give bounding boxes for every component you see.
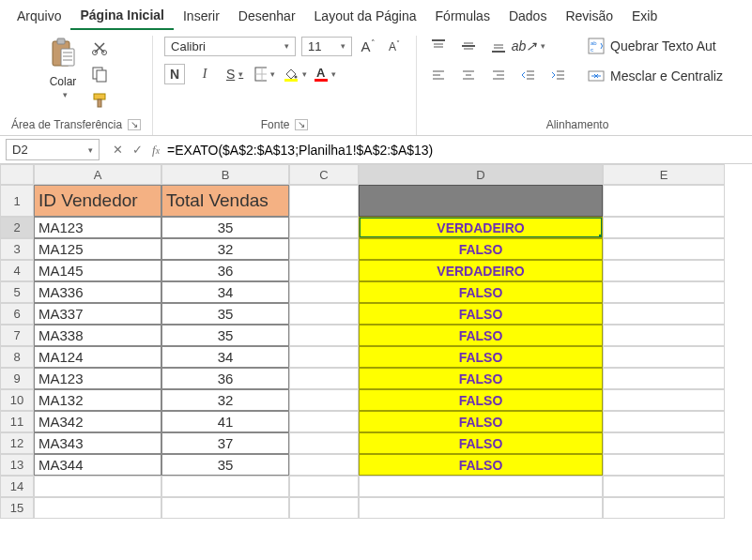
row-header[interactable]: 12: [0, 432, 34, 454]
cell[interactable]: [603, 303, 725, 325]
cell[interactable]: [34, 476, 161, 497]
cell[interactable]: [603, 281, 725, 303]
cell[interactable]: MA125: [34, 238, 161, 260]
cell[interactable]: [603, 217, 725, 238]
cell[interactable]: [603, 454, 725, 476]
cell[interactable]: [289, 260, 359, 281]
decrease-indent-button[interactable]: [518, 66, 539, 86]
cell[interactable]: MA343: [34, 432, 161, 454]
cell[interactable]: 36: [161, 260, 289, 281]
cell[interactable]: [603, 346, 725, 368]
cell[interactable]: FALSO: [359, 432, 603, 454]
cell[interactable]: MA123: [34, 368, 161, 389]
paste-button[interactable]: Colar ▾: [42, 36, 84, 101]
formula-input[interactable]: [160, 140, 752, 160]
col-header-a[interactable]: A: [34, 164, 161, 185]
row-header[interactable]: 3: [0, 238, 34, 260]
cell[interactable]: FALSO: [359, 389, 603, 411]
cell[interactable]: [161, 497, 289, 519]
cell[interactable]: MA124: [34, 346, 161, 368]
cell[interactable]: 36: [161, 368, 289, 389]
bold-button[interactable]: N: [164, 64, 185, 84]
fx-icon[interactable]: fx: [152, 143, 160, 158]
cut-button[interactable]: [89, 38, 110, 58]
increase-indent-button[interactable]: [548, 66, 569, 86]
cell[interactable]: [289, 432, 359, 454]
cell[interactable]: [289, 217, 359, 238]
select-all-corner[interactable]: [0, 164, 34, 185]
col-header-e[interactable]: E: [603, 164, 725, 185]
align-right-button[interactable]: [488, 66, 509, 86]
cell[interactable]: [289, 368, 359, 389]
row-header[interactable]: 14: [0, 476, 34, 497]
merge-center-button[interactable]: Mesclar e Centraliz: [584, 66, 727, 86]
cell[interactable]: [289, 325, 359, 346]
row-header[interactable]: 4: [0, 260, 34, 281]
cell[interactable]: FALSO: [359, 411, 603, 432]
dialog-launcher-icon[interactable]: ↘: [128, 119, 141, 130]
cell[interactable]: MA344: [34, 454, 161, 476]
underline-button[interactable]: S▾: [224, 64, 245, 84]
cell[interactable]: [603, 476, 725, 497]
cell[interactable]: MA337: [34, 303, 161, 325]
cell[interactable]: FALSO: [359, 454, 603, 476]
cell[interactable]: [289, 389, 359, 411]
font-name-select[interactable]: Calibri ▾: [164, 37, 296, 56]
row-header[interactable]: 6: [0, 303, 34, 325]
cancel-formula-button[interactable]: ✕: [113, 143, 123, 157]
cell[interactable]: [359, 497, 603, 519]
align-bottom-button[interactable]: [488, 36, 509, 56]
cell[interactable]: MA338: [34, 325, 161, 346]
spreadsheet-grid[interactable]: A B C D E 1 ID Vendedor Total Vendas 2 M…: [0, 164, 752, 519]
cell[interactable]: MA336: [34, 281, 161, 303]
align-middle-button[interactable]: [458, 36, 479, 56]
cell[interactable]: 35: [161, 303, 289, 325]
cell[interactable]: 37: [161, 432, 289, 454]
cell[interactable]: MA132: [34, 389, 161, 411]
cell[interactable]: [289, 411, 359, 432]
cell[interactable]: [603, 411, 725, 432]
cell[interactable]: FALSO: [359, 346, 603, 368]
col-header-d[interactable]: D: [359, 164, 603, 185]
row-header[interactable]: 9: [0, 368, 34, 389]
align-top-button[interactable]: [428, 36, 449, 56]
cell[interactable]: MA123: [34, 217, 161, 238]
wrap-text-button[interactable]: abc Quebrar Texto Aut: [584, 36, 727, 56]
cell[interactable]: [34, 497, 161, 519]
cell[interactable]: [289, 346, 359, 368]
align-left-button[interactable]: [428, 66, 449, 86]
cell[interactable]: Total Vendas: [161, 185, 289, 217]
row-header[interactable]: 10: [0, 389, 34, 411]
cell[interactable]: [603, 368, 725, 389]
row-header[interactable]: 15: [0, 497, 34, 519]
cell[interactable]: [289, 476, 359, 497]
cell[interactable]: FALSO: [359, 368, 603, 389]
cell[interactable]: 34: [161, 281, 289, 303]
cell[interactable]: [603, 185, 725, 217]
cell[interactable]: VERDADEIRO: [359, 260, 603, 281]
cell[interactable]: 35: [161, 325, 289, 346]
cell[interactable]: [603, 238, 725, 260]
cell[interactable]: [289, 281, 359, 303]
row-header[interactable]: 8: [0, 346, 34, 368]
cell[interactable]: 35: [161, 454, 289, 476]
cell[interactable]: MA342: [34, 411, 161, 432]
col-header-c[interactable]: C: [289, 164, 359, 185]
cell[interactable]: [289, 303, 359, 325]
active-cell[interactable]: VERDADEIRO: [359, 217, 603, 238]
cell[interactable]: 41: [161, 411, 289, 432]
italic-button[interactable]: I: [194, 64, 215, 84]
menu-desenhar[interactable]: Desenhar: [229, 5, 305, 29]
cell[interactable]: [603, 260, 725, 281]
cell[interactable]: ID Vendedor: [34, 185, 161, 217]
decrease-font-button[interactable]: A˅: [384, 36, 405, 56]
menu-layout[interactable]: Layout da Página: [305, 5, 426, 29]
cell[interactable]: [289, 454, 359, 476]
menu-revisao[interactable]: Revisão: [556, 5, 622, 29]
menu-formulas[interactable]: Fórmulas: [426, 5, 499, 29]
menu-exibir[interactable]: Exib: [622, 5, 667, 29]
font-color-button[interactable]: A ▾: [315, 64, 335, 84]
menu-dados[interactable]: Dados: [499, 5, 556, 29]
cell[interactable]: FALSO: [359, 303, 603, 325]
cell[interactable]: 32: [161, 238, 289, 260]
